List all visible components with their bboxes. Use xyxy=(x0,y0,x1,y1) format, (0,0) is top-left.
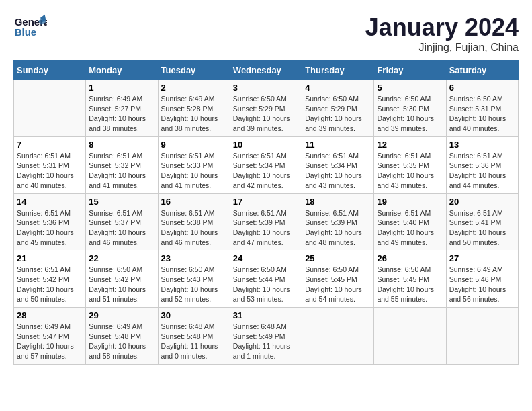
day-number: 29 xyxy=(89,310,154,320)
day-number: 31 xyxy=(233,310,299,320)
header-day-monday: Monday xyxy=(86,61,158,80)
day-info: Sunrise: 6:50 AM Sunset: 5:29 PM Dayligh… xyxy=(233,94,299,134)
day-number: 22 xyxy=(89,253,154,263)
day-number: 24 xyxy=(233,253,299,263)
day-info: Sunrise: 6:51 AM Sunset: 5:35 PM Dayligh… xyxy=(377,151,443,191)
calendar-cell: 22Sunrise: 6:50 AM Sunset: 5:42 PM Dayli… xyxy=(86,250,158,308)
day-info: Sunrise: 6:51 AM Sunset: 5:39 PM Dayligh… xyxy=(305,208,371,248)
day-number: 28 xyxy=(17,310,83,320)
svg-text:Blue: Blue xyxy=(15,26,37,38)
calendar-cell: 8Sunrise: 6:51 AM Sunset: 5:32 PM Daylig… xyxy=(86,136,158,193)
day-info: Sunrise: 6:50 AM Sunset: 5:43 PM Dayligh… xyxy=(161,265,227,304)
day-number: 7 xyxy=(17,140,83,150)
day-info: Sunrise: 6:51 AM Sunset: 5:42 PM Dayligh… xyxy=(17,265,83,304)
calendar-cell: 5Sunrise: 6:50 AM Sunset: 5:30 PM Daylig… xyxy=(374,80,446,137)
day-info: Sunrise: 6:48 AM Sunset: 5:48 PM Dayligh… xyxy=(161,322,227,361)
day-info: Sunrise: 6:50 AM Sunset: 5:42 PM Dayligh… xyxy=(89,265,154,304)
day-number: 4 xyxy=(305,83,371,93)
day-number: 18 xyxy=(305,197,371,207)
calendar-cell: 6Sunrise: 6:50 AM Sunset: 5:31 PM Daylig… xyxy=(446,80,518,137)
calendar-cell: 9Sunrise: 6:51 AM Sunset: 5:33 PM Daylig… xyxy=(158,136,230,193)
day-number: 3 xyxy=(233,83,299,93)
day-number: 25 xyxy=(305,253,371,263)
week-row-1: 1Sunrise: 6:49 AM Sunset: 5:27 PM Daylig… xyxy=(14,80,519,137)
day-number: 8 xyxy=(89,140,154,150)
day-number: 1 xyxy=(89,83,154,93)
calendar-cell: 16Sunrise: 6:51 AM Sunset: 5:38 PM Dayli… xyxy=(158,193,230,250)
header-day-thursday: Thursday xyxy=(302,61,374,80)
day-info: Sunrise: 6:50 AM Sunset: 5:31 PM Dayligh… xyxy=(449,94,515,134)
calendar-cell xyxy=(302,308,374,365)
day-info: Sunrise: 6:50 AM Sunset: 5:45 PM Dayligh… xyxy=(377,265,443,304)
day-info: Sunrise: 6:51 AM Sunset: 5:38 PM Dayligh… xyxy=(161,208,227,248)
calendar-cell: 13Sunrise: 6:51 AM Sunset: 5:36 PM Dayli… xyxy=(446,136,518,193)
day-number: 20 xyxy=(449,197,515,207)
calendar-cell: 28Sunrise: 6:49 AM Sunset: 5:47 PM Dayli… xyxy=(14,308,86,365)
day-number: 15 xyxy=(89,197,154,207)
day-info: Sunrise: 6:51 AM Sunset: 5:36 PM Dayligh… xyxy=(17,208,83,248)
day-info: Sunrise: 6:51 AM Sunset: 5:40 PM Dayligh… xyxy=(377,208,443,248)
calendar-cell: 23Sunrise: 6:50 AM Sunset: 5:43 PM Dayli… xyxy=(158,250,230,308)
day-number: 13 xyxy=(449,140,515,150)
calendar-cell: 15Sunrise: 6:51 AM Sunset: 5:37 PM Dayli… xyxy=(86,193,158,250)
day-info: Sunrise: 6:49 AM Sunset: 5:47 PM Dayligh… xyxy=(17,322,83,361)
day-number: 6 xyxy=(449,83,515,93)
day-number: 30 xyxy=(161,310,227,320)
logo-icon: General Blue xyxy=(13,13,47,40)
week-row-4: 21Sunrise: 6:51 AM Sunset: 5:42 PM Dayli… xyxy=(14,250,519,308)
day-number: 10 xyxy=(233,140,299,150)
calendar-cell xyxy=(446,308,518,365)
location: Jinjing, Fujian, China xyxy=(365,42,519,54)
day-info: Sunrise: 6:50 AM Sunset: 5:30 PM Dayligh… xyxy=(377,94,443,134)
calendar-cell: 25Sunrise: 6:50 AM Sunset: 5:45 PM Dayli… xyxy=(302,250,374,308)
calendar-cell: 31Sunrise: 6:48 AM Sunset: 5:49 PM Dayli… xyxy=(230,308,302,365)
day-info: Sunrise: 6:49 AM Sunset: 5:46 PM Dayligh… xyxy=(449,265,515,304)
calendar-cell: 4Sunrise: 6:50 AM Sunset: 5:29 PM Daylig… xyxy=(302,80,374,137)
day-info: Sunrise: 6:51 AM Sunset: 5:39 PM Dayligh… xyxy=(233,208,299,248)
calendar-cell: 26Sunrise: 6:50 AM Sunset: 5:45 PM Dayli… xyxy=(374,250,446,308)
calendar-cell: 21Sunrise: 6:51 AM Sunset: 5:42 PM Dayli… xyxy=(14,250,86,308)
calendar-cell: 30Sunrise: 6:48 AM Sunset: 5:48 PM Dayli… xyxy=(158,308,230,365)
header-day-sunday: Sunday xyxy=(14,61,86,80)
calendar-cell: 17Sunrise: 6:51 AM Sunset: 5:39 PM Dayli… xyxy=(230,193,302,250)
header-day-tuesday: Tuesday xyxy=(158,61,230,80)
day-number: 12 xyxy=(377,140,443,150)
calendar-cell: 14Sunrise: 6:51 AM Sunset: 5:36 PM Dayli… xyxy=(14,193,86,250)
calendar-cell xyxy=(374,308,446,365)
week-row-3: 14Sunrise: 6:51 AM Sunset: 5:36 PM Dayli… xyxy=(14,193,519,250)
header-day-friday: Friday xyxy=(374,61,446,80)
day-info: Sunrise: 6:51 AM Sunset: 5:36 PM Dayligh… xyxy=(449,151,515,191)
calendar-cell xyxy=(14,80,86,137)
day-number: 16 xyxy=(161,197,227,207)
day-number: 14 xyxy=(17,197,83,207)
day-info: Sunrise: 6:50 AM Sunset: 5:44 PM Dayligh… xyxy=(233,265,299,304)
calendar-cell: 12Sunrise: 6:51 AM Sunset: 5:35 PM Dayli… xyxy=(374,136,446,193)
calendar-cell: 29Sunrise: 6:49 AM Sunset: 5:48 PM Dayli… xyxy=(86,308,158,365)
day-info: Sunrise: 6:51 AM Sunset: 5:32 PM Dayligh… xyxy=(89,151,154,191)
day-info: Sunrise: 6:51 AM Sunset: 5:34 PM Dayligh… xyxy=(233,151,299,191)
header-day-saturday: Saturday xyxy=(446,61,518,80)
day-info: Sunrise: 6:51 AM Sunset: 5:33 PM Dayligh… xyxy=(161,151,227,191)
day-number: 2 xyxy=(161,83,227,93)
day-number: 23 xyxy=(161,253,227,263)
day-info: Sunrise: 6:49 AM Sunset: 5:48 PM Dayligh… xyxy=(89,322,154,361)
day-number: 17 xyxy=(233,197,299,207)
page-header: General Blue January 2024 Jinjing, Fujia… xyxy=(13,13,519,54)
day-info: Sunrise: 6:51 AM Sunset: 5:34 PM Dayligh… xyxy=(305,151,371,191)
week-row-5: 28Sunrise: 6:49 AM Sunset: 5:47 PM Dayli… xyxy=(14,308,519,365)
week-row-2: 7Sunrise: 6:51 AM Sunset: 5:31 PM Daylig… xyxy=(14,136,519,193)
calendar-cell: 2Sunrise: 6:49 AM Sunset: 5:28 PM Daylig… xyxy=(158,80,230,137)
day-number: 21 xyxy=(17,253,83,263)
day-info: Sunrise: 6:51 AM Sunset: 5:37 PM Dayligh… xyxy=(89,208,154,248)
calendar-cell: 11Sunrise: 6:51 AM Sunset: 5:34 PM Dayli… xyxy=(302,136,374,193)
calendar-table: SundayMondayTuesdayWednesdayThursdayFrid… xyxy=(13,60,519,365)
calendar-cell: 10Sunrise: 6:51 AM Sunset: 5:34 PM Dayli… xyxy=(230,136,302,193)
day-number: 26 xyxy=(377,253,443,263)
day-info: Sunrise: 6:48 AM Sunset: 5:49 PM Dayligh… xyxy=(233,322,299,361)
day-info: Sunrise: 6:51 AM Sunset: 5:31 PM Dayligh… xyxy=(17,151,83,191)
calendar-cell: 7Sunrise: 6:51 AM Sunset: 5:31 PM Daylig… xyxy=(14,136,86,193)
calendar-cell: 3Sunrise: 6:50 AM Sunset: 5:29 PM Daylig… xyxy=(230,80,302,137)
title-area: January 2024 Jinjing, Fujian, China xyxy=(365,13,519,54)
calendar-cell: 19Sunrise: 6:51 AM Sunset: 5:40 PM Dayli… xyxy=(374,193,446,250)
day-number: 19 xyxy=(377,197,443,207)
